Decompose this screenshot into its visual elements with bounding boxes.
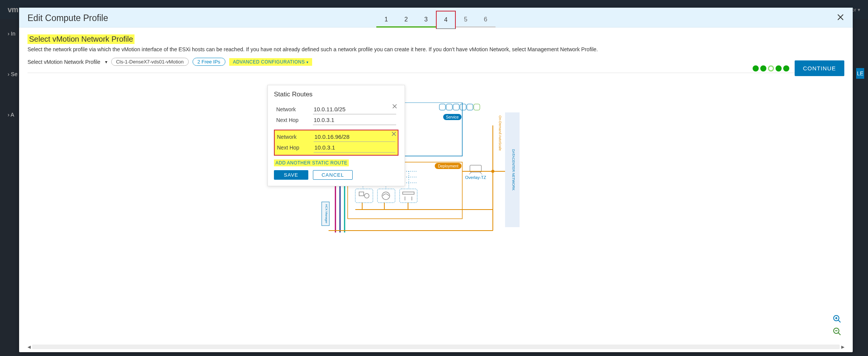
- chevron-down-icon[interactable]: ▾: [105, 59, 107, 65]
- next-hop-label: Next Hop: [276, 117, 313, 123]
- close-icon: [837, 13, 844, 21]
- status-and-continue: CONTINUE: [753, 60, 844, 76]
- svg-rect-3: [453, 104, 459, 110]
- free-ips-pill[interactable]: 2 Free IPs: [193, 58, 225, 66]
- scroll-left-icon[interactable]: ◀: [28, 345, 31, 349]
- step-6[interactable]: 6: [476, 12, 496, 28]
- svg-rect-15: [359, 192, 364, 196]
- cancel-button[interactable]: CANCEL: [313, 170, 353, 180]
- zoom-in-icon: [833, 315, 841, 323]
- svg-rect-13: [377, 189, 395, 203]
- wizard-steps: 1 2 3 4 5 6: [376, 12, 496, 29]
- section-title: Select vMotion Network Profile: [28, 34, 134, 44]
- svg-point-39: [492, 170, 494, 172]
- svg-text:DATACENTER NETWORK: DATACENTER NETWORK: [512, 149, 515, 190]
- svg-point-16: [364, 193, 369, 198]
- svg-text:HCX Manager: HCX Manager: [325, 204, 328, 224]
- profile-selector-row: Select vMotion Network Profile ▾ Cls-1-D…: [28, 58, 844, 66]
- status-dots: [753, 65, 789, 72]
- svg-point-17: [382, 192, 390, 200]
- next-hop-input[interactable]: [313, 115, 396, 125]
- scroll-right-icon[interactable]: ▶: [841, 345, 844, 349]
- svg-text:Deployment: Deployment: [438, 164, 458, 168]
- edit-compute-profile-modal: Edit Compute Profile 1 2 3 4 5 6 Select …: [19, 8, 853, 352]
- modal-header: Edit Compute Profile 1 2 3 4 5 6: [19, 8, 853, 28]
- step-3[interactable]: 3: [416, 12, 436, 28]
- section-description: Select the network profile via which the…: [28, 46, 844, 52]
- next-hop-input[interactable]: [314, 143, 395, 153]
- modal-title: Edit Compute Profile: [28, 13, 108, 23]
- svg-rect-5: [467, 104, 473, 110]
- svg-line-48: [838, 320, 840, 322]
- network-input[interactable]: [314, 132, 395, 142]
- step-4[interactable]: 4: [436, 11, 456, 29]
- svg-text:On-Demand AutoScale: On-Demand AutoScale: [498, 115, 502, 151]
- zoom-out-button[interactable]: [833, 327, 841, 337]
- svg-rect-12: [355, 189, 373, 203]
- svg-line-22: [469, 172, 471, 174]
- popover-actions: SAVE CANCEL: [274, 170, 398, 180]
- advanced-configurations-button[interactable]: ADVANCED CONFIGURATIONS ▾: [229, 58, 313, 66]
- selector-label: Select vMotion Network Profile: [28, 59, 100, 65]
- remove-route-button[interactable]: [392, 131, 396, 137]
- network-label: Network: [277, 134, 314, 140]
- static-routes-popover: Static Routes Network Next Hop: [267, 85, 405, 186]
- next-hop-label: Next Hop: [277, 145, 314, 151]
- continue-button[interactable]: CONTINUE: [795, 60, 844, 76]
- close-icon: [392, 132, 396, 136]
- svg-text:Overlay-TZ: Overlay-TZ: [465, 175, 486, 180]
- save-button[interactable]: SAVE: [274, 170, 308, 180]
- svg-line-23: [480, 172, 482, 174]
- popover-title: Static Routes: [274, 91, 398, 98]
- modal-body: Select vMotion Network Profile Select th…: [19, 28, 853, 352]
- zoom-controls: [833, 315, 841, 337]
- static-route-block: Network Next Hop: [274, 103, 398, 127]
- remove-route-button[interactable]: [392, 104, 397, 110]
- status-dot: [753, 65, 759, 72]
- network-label: Network: [276, 106, 313, 112]
- step-5[interactable]: 5: [456, 12, 476, 28]
- svg-line-52: [838, 333, 840, 335]
- svg-rect-18: [403, 192, 414, 194]
- overlay-icon: [469, 165, 482, 174]
- zoom-out-icon: [833, 327, 841, 336]
- divider: [28, 73, 844, 73]
- profile-name-pill[interactable]: Cls-1-DenseX7-vds01-vMotion: [111, 58, 189, 66]
- status-dot: [768, 65, 774, 72]
- background-nav: › In › Se › A: [8, 23, 18, 118]
- svg-text:Service: Service: [446, 115, 459, 119]
- svg-rect-4: [460, 104, 466, 110]
- status-dot: [776, 65, 782, 72]
- step-1[interactable]: 1: [376, 12, 396, 28]
- static-route-block-highlighted: Network Next Hop: [274, 130, 398, 156]
- add-static-route-button[interactable]: ADD ANOTHER STATIC ROUTE: [274, 159, 349, 166]
- svg-rect-1: [439, 104, 445, 110]
- close-modal-button[interactable]: [837, 13, 844, 23]
- close-icon: [392, 104, 397, 109]
- status-dot: [760, 65, 766, 72]
- zoom-in-button[interactable]: [833, 315, 841, 324]
- chevron-down-icon: ▾: [306, 60, 309, 64]
- status-dot: [783, 65, 789, 72]
- network-input[interactable]: [313, 104, 396, 114]
- svg-rect-14: [400, 189, 417, 203]
- background-button: LE: [856, 68, 864, 79]
- scrollbar-track[interactable]: [32, 345, 840, 349]
- step-2[interactable]: 2: [396, 12, 416, 28]
- horizontal-scrollbar[interactable]: ◀ ▶: [28, 344, 844, 350]
- svg-rect-6: [474, 104, 480, 110]
- svg-rect-2: [446, 104, 452, 110]
